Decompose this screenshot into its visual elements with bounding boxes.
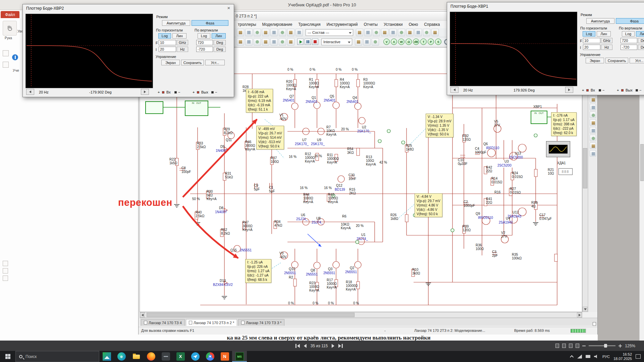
zoom-level[interactable]: 125% <box>625 344 635 348</box>
probe-readout[interactable]: I: -176 nAI(p-p): 1.17 uAI(rms): 398 nAI… <box>551 112 577 136</box>
toolbar-icon[interactable] <box>237 29 244 36</box>
menu-Окно[interactable]: Окно <box>406 21 421 27</box>
component-label[interactable]: D5 <box>220 145 225 148</box>
h-log-button[interactable]: Log <box>583 31 595 37</box>
component-label[interactable]: 2N5551 <box>306 273 318 276</box>
pause-button[interactable] <box>305 39 311 45</box>
probe-tool-W[interactable]: W <box>398 39 405 45</box>
component-label[interactable]: R21 10Ω <box>548 168 554 175</box>
component-label[interactable]: V1 -40V <box>279 113 286 121</box>
toolbar-icon[interactable] <box>372 38 379 46</box>
component-label[interactable]: 2SC5200 <box>509 156 523 159</box>
toolbar-icon[interactable] <box>287 29 294 36</box>
component-label[interactable]: 2N5551 <box>240 248 252 252</box>
toolbar-icon[interactable] <box>245 29 253 36</box>
pdf-panel-icon[interactable] <box>3 50 9 56</box>
component-label[interactable]: 2SK170_ <box>357 129 371 133</box>
cursor-right-button[interactable] <box>141 89 149 95</box>
component-label[interactable]: U2 <box>362 125 366 129</box>
toolbar-icon[interactable] <box>590 127 596 133</box>
component-label[interactable]: U12 <box>513 210 519 214</box>
toolbar-icon[interactable] <box>364 29 372 36</box>
component-label[interactable]: 0 % <box>336 68 341 71</box>
composition-dropdown[interactable]: --- Состав --- <box>306 29 353 36</box>
component-label[interactable]: V5 27V <box>494 120 500 127</box>
cursor-left-button[interactable] <box>26 89 34 95</box>
component-label[interactable]: R40 2.5kΩ <box>196 210 204 218</box>
tray-chevron-icon[interactable] <box>570 355 574 359</box>
component-label[interactable]: Q10 <box>289 267 295 271</box>
component-label[interactable]: C17 0.047µF <box>539 213 552 221</box>
component-label[interactable]: 1N4007 <box>215 210 227 214</box>
component-label[interactable]: U9 <box>317 138 321 142</box>
cursor-right-button[interactable] <box>565 87 573 93</box>
run-button[interactable] <box>297 39 304 45</box>
toolbar-icon[interactable] <box>398 29 405 36</box>
toolbar-icon[interactable] <box>406 29 414 36</box>
component-label[interactable]: C4 1000pF <box>475 147 486 154</box>
component-label[interactable]: R36 100Ω <box>476 243 484 251</box>
component-label[interactable]: 10KΩ Key=A <box>341 223 351 230</box>
component-label[interactable]: R44 1000Ω Key=A <box>303 193 313 204</box>
component-label[interactable]: C10 0µ33F <box>458 158 468 166</box>
toolbar-icon[interactable] <box>262 38 269 46</box>
vscroll-thumb[interactable] <box>583 148 587 188</box>
component-label[interactable]: U1 <box>361 233 366 237</box>
component-label[interactable]: Q9 <box>476 212 480 216</box>
bode-plot-area[interactable] <box>450 12 577 86</box>
language-indicator[interactable]: РУС <box>602 355 610 359</box>
toolbar-icon[interactable] <box>590 135 596 141</box>
keyboard-icon[interactable] <box>586 355 590 358</box>
component-label[interactable]: U13 <box>515 152 521 155</box>
h-lin-button[interactable]: Лин <box>172 33 186 39</box>
h-lin-button[interactable]: Лин <box>597 31 611 37</box>
component-label[interactable]: 0 % <box>328 301 334 305</box>
component-label[interactable]: 2SC5200 <box>497 164 512 167</box>
menu-Инструментарий[interactable]: Инструментарий <box>324 21 361 27</box>
pdf-scrollbar-thumb[interactable] <box>640 144 644 181</box>
probe-tool-dB[interactable]: dB <box>413 39 419 45</box>
probe-readout[interactable]: I: -6.08 mAI(p-p): 222 uAI(rms): 6.19 mA… <box>246 89 273 113</box>
component-label[interactable]: 50 % <box>192 197 200 201</box>
window-titlebar[interactable]: Плоттер Боде-ХВР2 <box>23 4 234 12</box>
h-initial-input[interactable]: 20 <box>159 47 176 52</box>
taskbar-app-edge[interactable]: e <box>114 351 129 362</box>
v-final-unit[interactable]: Deg <box>214 40 226 45</box>
volume-icon[interactable] <box>594 355 599 359</box>
v-final-input[interactable]: 720 <box>196 40 213 45</box>
v-lin-button[interactable]: Лин <box>212 33 226 39</box>
component-label[interactable]: R38 4Ω <box>531 201 537 208</box>
component-label[interactable]: 16 % <box>324 186 332 190</box>
component-label[interactable]: R20 1000Ω Key=A <box>286 80 296 91</box>
toolbar-icon[interactable] <box>389 29 397 36</box>
window-titlebar[interactable]: Плоттер Боде-ХВР1 <box>447 2 644 10</box>
first-page-button[interactable] <box>296 344 300 348</box>
toolbar-icon[interactable] <box>590 119 596 126</box>
component-label[interactable]: Q4 <box>353 96 357 100</box>
v-final-unit[interactable]: Deg <box>638 38 644 43</box>
component-label[interactable]: U3 <box>504 160 509 163</box>
toolbar-icon[interactable] <box>356 29 363 36</box>
taskbar-app-telegram[interactable] <box>188 351 203 362</box>
component-label[interactable]: Q15 <box>230 248 237 252</box>
pdf-side-icon[interactable] <box>3 268 8 274</box>
toolbar-icon[interactable] <box>254 29 261 36</box>
component-label[interactable]: R47 3000Ω Key=A <box>243 221 253 232</box>
prev-page-button[interactable] <box>304 344 307 348</box>
component-label[interactable]: Q7 <box>289 95 294 98</box>
component-label[interactable]: R42 22Ω <box>486 166 492 173</box>
v-log-button[interactable]: Log <box>198 33 210 39</box>
component-label[interactable]: IRFD110 <box>486 146 499 150</box>
pdf-side-icon[interactable] <box>3 261 8 266</box>
component-label[interactable]: ХДА1 <box>557 161 566 165</box>
component-label[interactable]: R27 0.015Ω <box>510 187 521 194</box>
component-label[interactable]: ХВР1 <box>533 105 542 109</box>
taskbar-app-explorer[interactable] <box>129 351 144 362</box>
toolbar-icon[interactable] <box>287 38 294 46</box>
continuous-page-icon[interactable] <box>562 344 566 348</box>
component-label[interactable]: D13 <box>220 279 226 283</box>
component-label[interactable]: R4 1000Ω Key=A <box>340 78 350 89</box>
component-label[interactable]: V3 -40V <box>279 251 286 259</box>
toolbar-icon[interactable] <box>355 38 362 46</box>
probe-tool-T[interactable]: T <box>420 39 427 45</box>
